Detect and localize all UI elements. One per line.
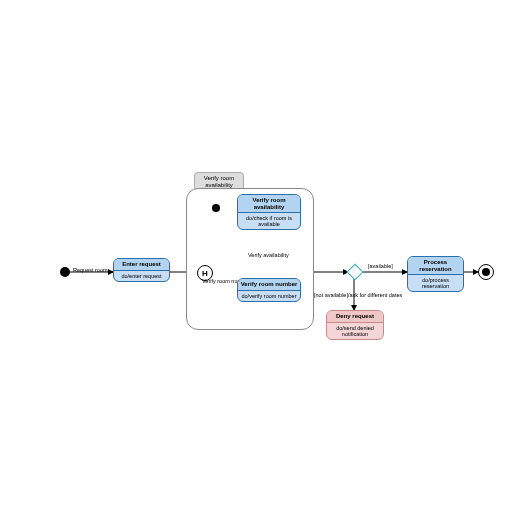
state-verify-availability[interactable]: Verify room availability do/check if roo… xyxy=(237,194,301,230)
state-body: do/send denied notification xyxy=(327,323,383,339)
state-title: Deny request xyxy=(327,311,383,323)
edge-label-not-available: [not available]/ask for different dates xyxy=(314,292,424,298)
state-body: do/enter request xyxy=(114,271,169,281)
edge-label-request-room: Request room xyxy=(73,267,108,273)
edge-label-verify-availability: Verify availability xyxy=(248,252,289,258)
inner-initial-node xyxy=(212,204,220,212)
state-process-reservation[interactable]: Process reservation do/process reservati… xyxy=(407,256,464,292)
edge-label-available: [available] xyxy=(368,263,393,269)
state-body: do/process reservation xyxy=(408,275,463,291)
state-title: Process reservation xyxy=(408,257,463,275)
state-deny-request[interactable]: Deny request do/send denied notification xyxy=(326,310,384,340)
state-enter-request[interactable]: Enter request do/enter request xyxy=(113,258,170,282)
state-title: Verify room availability xyxy=(238,195,300,213)
final-node xyxy=(478,264,494,280)
state-title: Enter request xyxy=(114,259,169,271)
state-body: do/verify room number xyxy=(238,291,300,301)
state-title: Verify room number xyxy=(238,279,300,291)
state-body: do/check if room is available xyxy=(238,213,300,229)
initial-node xyxy=(60,267,70,277)
state-verify-room-number[interactable]: Verify room number do/verify room number xyxy=(237,278,301,302)
